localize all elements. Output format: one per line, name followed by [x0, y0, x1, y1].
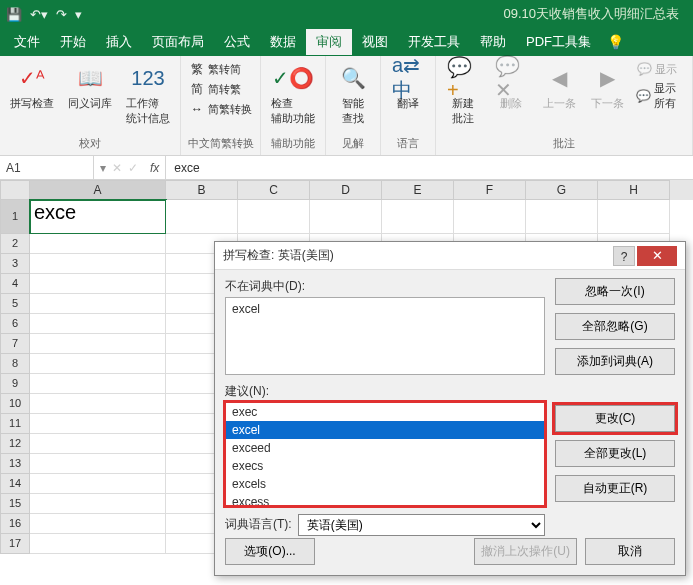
suggestion-item[interactable]: execs [226, 457, 544, 475]
col-header-B[interactable]: B [166, 180, 238, 200]
col-header-D[interactable]: D [310, 180, 382, 200]
cell-A13[interactable] [30, 454, 166, 474]
cancel-entry-icon[interactable]: ✕ [112, 161, 122, 175]
confirm-entry-icon[interactable]: ✓ [128, 161, 138, 175]
suggestion-item[interactable]: excels [226, 475, 544, 493]
new-comment-button[interactable]: 💬+ 新建 批注 [442, 60, 484, 128]
cell-A15[interactable] [30, 494, 166, 514]
options-button[interactable]: 选项(O)... [225, 538, 315, 565]
dialog-help-button[interactable]: ? [613, 246, 635, 266]
select-all-corner[interactable] [0, 180, 30, 200]
autocorrect-button[interactable]: 自动更正(R) [555, 475, 675, 502]
menu-pdf-tools[interactable]: PDF工具集 [516, 29, 601, 55]
suggestions-list[interactable]: execexcelexceedexecsexcelsexcess [225, 402, 545, 506]
cell-D1[interactable] [310, 200, 382, 234]
row-header-4[interactable]: 4 [0, 274, 30, 294]
name-box-dropdown-icon[interactable]: ▾ [100, 161, 106, 175]
row-header-1[interactable]: 1 [0, 200, 30, 234]
dict-lang-select[interactable]: 英语(美国) [298, 514, 545, 536]
cell-A17[interactable] [30, 534, 166, 554]
cell-A2[interactable] [30, 234, 166, 254]
cell-E1[interactable] [382, 200, 454, 234]
cell-G1[interactable] [526, 200, 598, 234]
check-accessibility-button[interactable]: ✓⭕ 检查 辅助功能 [267, 60, 319, 128]
col-header-H[interactable]: H [598, 180, 670, 200]
row-header-11[interactable]: 11 [0, 414, 30, 434]
col-header-A[interactable]: A [30, 180, 166, 200]
cell-A1[interactable]: exce [30, 200, 166, 234]
row-header-7[interactable]: 7 [0, 334, 30, 354]
cell-A3[interactable] [30, 254, 166, 274]
spellcheck-button[interactable]: ✓ᴬ 拼写检查 [6, 60, 58, 113]
suggestion-item[interactable]: exec [226, 403, 544, 421]
cell-A5[interactable] [30, 294, 166, 314]
menu-home[interactable]: 开始 [50, 29, 96, 55]
row-header-5[interactable]: 5 [0, 294, 30, 314]
row-header-17[interactable]: 17 [0, 534, 30, 554]
tell-me-icon[interactable]: 💡 [607, 34, 624, 50]
cell-A12[interactable] [30, 434, 166, 454]
cell-A14[interactable] [30, 474, 166, 494]
row-header-8[interactable]: 8 [0, 354, 30, 374]
cell-A7[interactable] [30, 334, 166, 354]
row-header-6[interactable]: 6 [0, 314, 30, 334]
cell-A10[interactable] [30, 394, 166, 414]
cell-A4[interactable] [30, 274, 166, 294]
menu-data[interactable]: 数据 [260, 29, 306, 55]
menu-developer[interactable]: 开发工具 [398, 29, 470, 55]
menu-page-layout[interactable]: 页面布局 [142, 29, 214, 55]
cell-B1[interactable] [166, 200, 238, 234]
suggestion-item[interactable]: exceed [226, 439, 544, 457]
suggestion-item[interactable]: excess [226, 493, 544, 506]
simp-to-trad-button[interactable]: 简简转繁 [187, 80, 254, 98]
name-box[interactable]: A1 [0, 156, 94, 179]
cell-A11[interactable] [30, 414, 166, 434]
col-header-C[interactable]: C [238, 180, 310, 200]
dialog-titlebar[interactable]: 拼写检查: 英语(美国) ? ✕ [215, 242, 685, 270]
thesaurus-button[interactable]: 📖 同义词库 [64, 60, 116, 113]
row-header-13[interactable]: 13 [0, 454, 30, 474]
menu-review[interactable]: 审阅 [306, 29, 352, 55]
row-header-3[interactable]: 3 [0, 254, 30, 274]
cell-A16[interactable] [30, 514, 166, 534]
menu-help[interactable]: 帮助 [470, 29, 516, 55]
trad-to-simp-button[interactable]: 繁繁转简 [187, 60, 254, 78]
row-header-14[interactable]: 14 [0, 474, 30, 494]
menu-formulas[interactable]: 公式 [214, 29, 260, 55]
change-all-button[interactable]: 全部更改(L) [555, 440, 675, 467]
cell-C1[interactable] [238, 200, 310, 234]
translate-button[interactable]: a⇄中 翻译 [387, 60, 429, 113]
row-header-16[interactable]: 16 [0, 514, 30, 534]
menu-view[interactable]: 视图 [352, 29, 398, 55]
cell-A9[interactable] [30, 374, 166, 394]
row-header-2[interactable]: 2 [0, 234, 30, 254]
formula-input[interactable]: exce [166, 161, 693, 175]
fx-icon[interactable]: fx [144, 156, 166, 179]
qat-customize-icon[interactable]: ▾ [75, 7, 82, 22]
cancel-button[interactable]: 取消 [585, 538, 675, 565]
add-to-dict-button[interactable]: 添加到词典(A) [555, 348, 675, 375]
save-icon[interactable]: 💾 [6, 7, 22, 22]
col-header-F[interactable]: F [454, 180, 526, 200]
cell-A8[interactable] [30, 354, 166, 374]
ignore-all-button[interactable]: 全部忽略(G) [555, 313, 675, 340]
redo-icon[interactable]: ↷ [56, 7, 67, 22]
row-header-15[interactable]: 15 [0, 494, 30, 514]
smart-lookup-button[interactable]: 🔍 智能 查找 [332, 60, 374, 128]
show-all-comments-button[interactable]: 💬显示所有 [634, 80, 686, 112]
col-header-G[interactable]: G [526, 180, 598, 200]
cell-A6[interactable] [30, 314, 166, 334]
not-in-dict-field[interactable]: excel [225, 297, 545, 375]
cell-F1[interactable] [454, 200, 526, 234]
chinese-convert-button[interactable]: ↔简繁转换 [187, 100, 254, 118]
menu-file[interactable]: 文件 [4, 29, 50, 55]
row-header-9[interactable]: 9 [0, 374, 30, 394]
dialog-close-button[interactable]: ✕ [637, 246, 677, 266]
col-header-E[interactable]: E [382, 180, 454, 200]
row-header-12[interactable]: 12 [0, 434, 30, 454]
cell-H1[interactable] [598, 200, 670, 234]
suggestion-item[interactable]: excel [226, 421, 544, 439]
change-button[interactable]: 更改(C) [555, 405, 675, 432]
ignore-once-button[interactable]: 忽略一次(I) [555, 278, 675, 305]
row-header-10[interactable]: 10 [0, 394, 30, 414]
